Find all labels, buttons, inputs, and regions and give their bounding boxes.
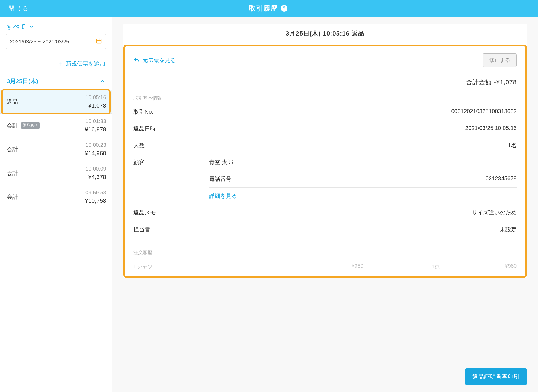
section-basic-label: 取引基本情報 — [133, 95, 517, 101]
row-phone: 電話番号 0312345678 — [209, 171, 517, 188]
row-people: 人数 1名 — [133, 137, 517, 154]
transaction-type: 返品 — [7, 98, 18, 106]
transaction-type: 会計 — [7, 122, 18, 129]
add-slip-label: 新規伝票を追加 — [66, 60, 105, 67]
date-header-label: 3月25日(木) — [7, 77, 38, 85]
transaction-time: 10:00:09 — [85, 166, 106, 172]
row-txn-no: 取引No. 000120210325100313632 — [133, 104, 517, 120]
edit-button[interactable]: 修正する — [483, 53, 517, 67]
topbar: 閉じる 取引履歴 ? — [0, 0, 538, 17]
close-button[interactable]: 閉じる — [8, 4, 29, 13]
transaction-item[interactable]: 会計09:59:53¥10,758 — [0, 185, 112, 209]
transaction-type: 会計 — [7, 169, 18, 177]
row-staff: 担当者 未設定 — [133, 221, 517, 238]
transaction-amount: ¥4,378 — [85, 174, 106, 180]
filter-label: すべて — [7, 22, 26, 31]
sidebar: すべて 2021/03/25 ~ 2021/03/25 新規伝票を追加 3月25… — [0, 17, 112, 392]
transaction-amount: -¥1,078 — [85, 102, 106, 109]
filter-dropdown[interactable]: すべて — [0, 17, 112, 34]
transaction-list: 返品10:05:16-¥1,078会計返品あり10:01:33¥16,878会計… — [0, 90, 112, 209]
transaction-item[interactable]: 返品10:05:16-¥1,078 — [0, 90, 112, 114]
chevron-down-icon — [29, 24, 34, 29]
reprint-return-receipt-button[interactable]: 返品証明書再印刷 — [465, 368, 527, 385]
date-range-text: 2021/03/25 ~ 2021/03/25 — [10, 39, 69, 45]
detail-card: 元伝票を見る 修正する 合計金額 -¥1,078 取引基本情報 取引No. 00… — [123, 45, 527, 278]
return-badge: 返品あり — [21, 122, 40, 129]
row-memo: 返品メモ サイズ違いのため — [133, 204, 517, 221]
transaction-type: 会計 — [7, 193, 18, 201]
return-arrow-icon — [133, 57, 140, 63]
help-icon[interactable]: ? — [281, 5, 287, 12]
transaction-time: 10:01:33 — [85, 118, 106, 124]
calendar-icon — [96, 38, 102, 45]
plus-icon — [58, 61, 64, 67]
total-line: 合計金額 -¥1,078 — [133, 78, 517, 87]
transaction-amount: ¥10,758 — [85, 197, 106, 204]
customer-details-link[interactable]: 詳細を見る — [209, 188, 517, 204]
view-original-label: 元伝票を見る — [142, 57, 176, 64]
transaction-item[interactable]: 会計返品あり10:01:33¥16,878 — [0, 114, 112, 137]
date-range-picker[interactable]: 2021/03/25 ~ 2021/03/25 — [6, 34, 106, 49]
date-header[interactable]: 3月25日(木) — [0, 73, 112, 90]
transaction-time: 10:00:23 — [85, 142, 106, 148]
detail-title: 3月25日(木) 10:05:16 返品 — [123, 24, 527, 45]
chevron-up-icon — [100, 79, 105, 84]
row-return-datetime: 返品日時 2021/03/25 10:05:16 — [133, 120, 517, 137]
view-original-slip-link[interactable]: 元伝票を見る — [133, 57, 176, 64]
transaction-time: 10:05:16 — [85, 94, 106, 101]
transaction-time: 09:59:53 — [85, 190, 106, 196]
transaction-amount: ¥14,960 — [85, 150, 106, 157]
transaction-item[interactable]: 会計10:00:09¥4,378 — [0, 161, 112, 185]
page-title: 取引履歴 — [249, 4, 278, 13]
transaction-item[interactable]: 会計10:00:23¥14,960 — [0, 137, 112, 161]
transaction-type: 会計 — [7, 146, 18, 153]
add-slip-button[interactable]: 新規伝票を追加 — [0, 55, 112, 73]
content-area: 3月25日(木) 10:05:16 返品 元伝票を見る 修正する 合計金額 -¥… — [112, 17, 538, 392]
transaction-amount: ¥16,878 — [85, 126, 106, 133]
row-customer: 顧客 青空 太郎 — [133, 154, 517, 166]
order-history-section: 注文履歴 Tシャツ ¥980 1点 ¥980 — [133, 249, 517, 274]
order-line: Tシャツ ¥980 1点 ¥980 — [133, 260, 517, 274]
section-order-label: 注文履歴 — [133, 249, 517, 256]
svg-rect-0 — [97, 39, 101, 43]
